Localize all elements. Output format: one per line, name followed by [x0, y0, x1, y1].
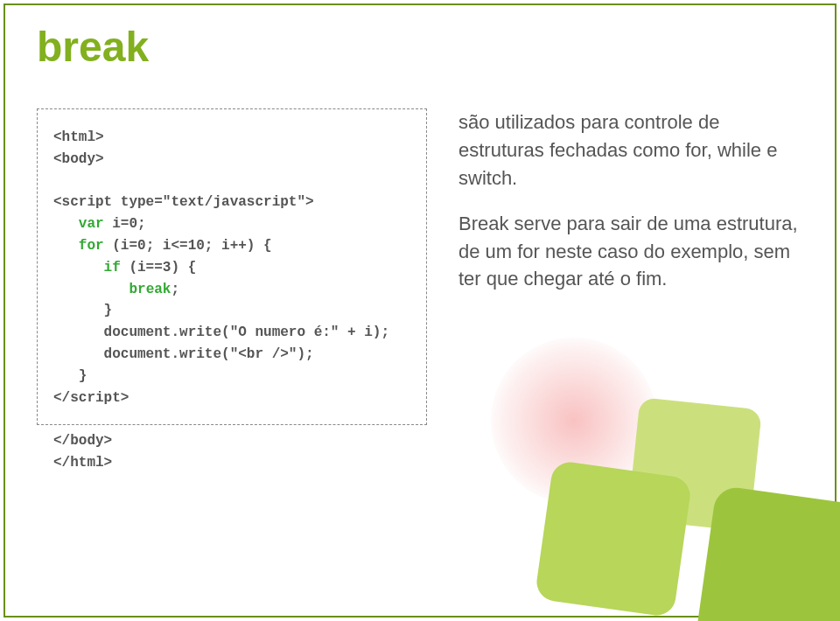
decorative-square	[695, 485, 840, 621]
description-para-2: Break serve para sair de uma estrutura, …	[458, 210, 808, 294]
code-keyword: var	[79, 216, 104, 232]
code-line: document.write("<br />");	[53, 346, 314, 362]
code-line: </script>	[53, 390, 129, 406]
code-line	[53, 216, 79, 232]
code-line: ;	[171, 282, 179, 297]
code-keyword: for	[79, 238, 104, 254]
code-line: <script type="text/javascript">	[53, 194, 314, 210]
code-line: </html>	[53, 455, 112, 471]
code-line	[53, 238, 79, 254]
code-line: (i==3) {	[121, 260, 196, 276]
code-keyword: break	[129, 282, 171, 297]
description-column: são utilizados para controle de estrutur…	[458, 108, 808, 310]
code-keyword: if	[104, 260, 121, 276]
slide-frame: break <html> <body> <script type="text/j…	[4, 3, 836, 618]
slide-title: break	[37, 23, 149, 71]
code-line: <body>	[53, 151, 104, 167]
code-line: }	[53, 368, 87, 384]
code-line: }	[53, 303, 112, 318]
code-line	[53, 260, 104, 276]
decorative-square	[535, 460, 693, 618]
code-line: <html>	[53, 129, 104, 145]
code-line	[53, 282, 129, 297]
code-line: document.write("O numero é:" + i);	[53, 324, 389, 340]
code-line: i=0;	[104, 216, 146, 232]
description-para-1: são utilizados para controle de estrutur…	[458, 108, 808, 192]
code-block: <html> <body> <script type="text/javascr…	[37, 108, 427, 425]
code-line: (i=0; i<=10; i++) {	[104, 238, 272, 254]
code-line: </body>	[53, 433, 112, 449]
